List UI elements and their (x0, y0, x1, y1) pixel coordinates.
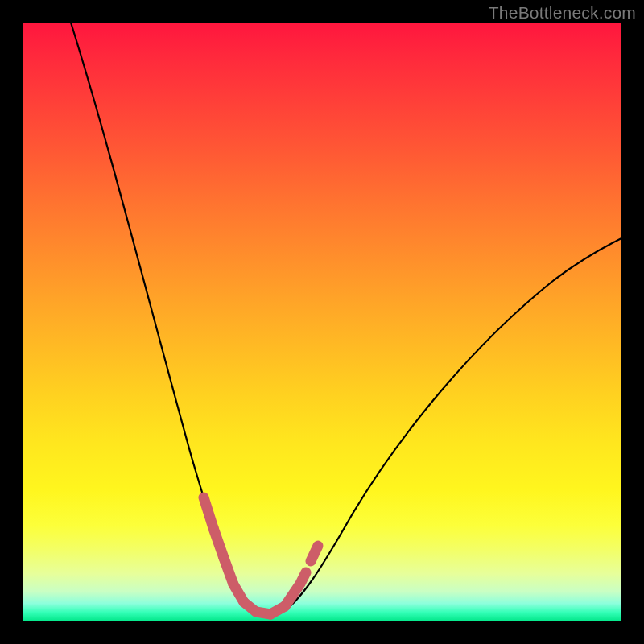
marker-seg (300, 572, 306, 584)
curve-layer (23, 23, 621, 621)
watermark-text: TheBottleneck.com (489, 3, 636, 23)
chart-frame: TheBottleneck.com (0, 0, 644, 644)
plot-area (23, 23, 621, 621)
marker-seg (311, 546, 318, 561)
valley-highlight-markers (204, 497, 318, 614)
bottleneck-curve (71, 23, 621, 617)
marker-seg (285, 586, 299, 606)
